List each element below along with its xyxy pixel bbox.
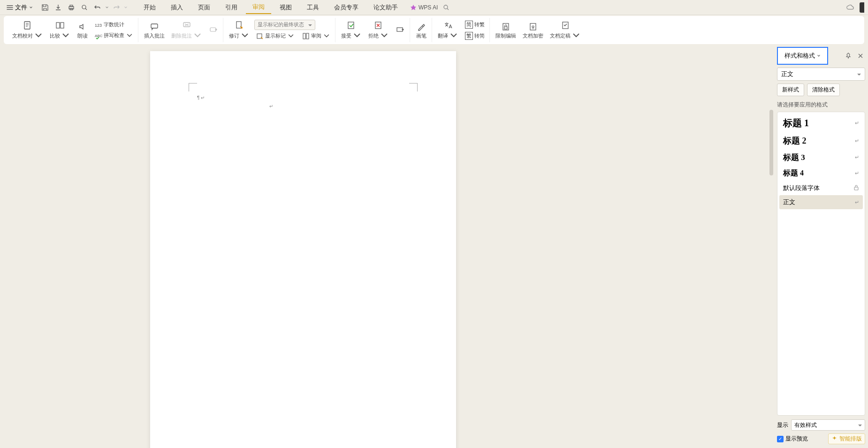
proofread-button[interactable]: 文档校对 — [10, 19, 45, 41]
chevron-down-icon — [817, 54, 821, 58]
menu-icon — [7, 4, 13, 11]
tab-tools[interactable]: 工具 — [300, 1, 326, 14]
chevron-down-icon — [34, 31, 43, 40]
translate-button[interactable]: 翻译 — [436, 19, 460, 41]
svg-rect-1 — [70, 5, 73, 7]
show-label: 显示 — [777, 421, 788, 429]
tab-reference[interactable]: 引用 — [219, 1, 244, 14]
style-item[interactable]: 默认段落字体 — [779, 181, 863, 195]
chevron-down-icon — [124, 6, 128, 9]
read-aloud-button[interactable]: 朗读 — [75, 20, 90, 40]
tab-review[interactable]: 审阅 — [246, 1, 271, 14]
markup-state-dropdown[interactable]: 显示标记的最终状态 — [254, 20, 315, 30]
accept-button[interactable]: 接受 — [339, 19, 364, 41]
smart-layout-label: 智能排版 — [839, 435, 862, 443]
style-item-label: 标题 2 — [783, 135, 807, 146]
restrict-edit-button[interactable]: 限制编辑 — [494, 20, 518, 40]
panel-title-dropdown[interactable]: 样式和格式 — [777, 47, 828, 65]
account-avatar[interactable] — [860, 2, 864, 13]
lock-icon — [853, 185, 859, 191]
print-preview-button[interactable] — [79, 2, 90, 13]
reject-button[interactable]: 拒绝 — [366, 19, 391, 41]
new-style-button[interactable]: 新样式 — [777, 84, 804, 96]
tab-member[interactable]: 会员专享 — [327, 1, 365, 14]
clear-format-button[interactable]: 清除格式 — [807, 84, 840, 96]
return-icon: ↵ — [855, 154, 859, 160]
brush-label: 画笔 — [416, 32, 426, 39]
style-list: 标题 1↵标题 2↵标题 3↵标题 4↵默认段落字体正文↵ — [777, 112, 865, 416]
review-ribbon: 文档校对 比较 朗读 123字数统计 ABC拼写检查 插入批注 删除批注 — [4, 16, 864, 44]
insert-comment-label: 插入批注 — [144, 32, 165, 39]
print-button[interactable] — [66, 2, 77, 13]
export-button[interactable] — [53, 2, 64, 13]
chevron-down-icon — [323, 32, 330, 40]
to-simplified-button[interactable]: 繁转简 — [463, 31, 487, 41]
revise-label: 修订 — [229, 32, 239, 39]
pin-button[interactable] — [844, 51, 853, 61]
finalize-label: 文档定稿 — [550, 32, 571, 39]
redo-button[interactable] — [111, 2, 122, 13]
svg-rect-7 — [61, 23, 64, 28]
compare-button[interactable]: 比较 — [48, 19, 72, 41]
search-button[interactable] — [441, 2, 452, 13]
markup-stack: 显示标记的最终状态 显示标记 审阅 — [254, 20, 332, 41]
show-markup-button[interactable]: 显示标记 — [254, 31, 297, 41]
word-count-button[interactable]: 123字数统计 — [93, 20, 135, 30]
revise-button[interactable]: 修订 — [227, 19, 251, 41]
insert-comment-button[interactable]: 插入批注 — [142, 20, 167, 40]
finalize-button[interactable]: 文档定稿 — [548, 19, 583, 41]
style-item[interactable]: 标题 2↵ — [779, 132, 863, 149]
wps-ai-button[interactable]: WPS AI — [410, 4, 438, 11]
svg-rect-25 — [854, 187, 858, 190]
svg-rect-5 — [24, 22, 30, 29]
style-item[interactable]: 标题 3↵ — [779, 149, 863, 166]
markup-state-label: 显示标记的最终状态 — [258, 21, 304, 28]
show-row: 显示 有效样式 — [777, 419, 865, 431]
compare-changes-button[interactable] — [394, 23, 407, 37]
margin-corner-tr — [409, 83, 418, 91]
chevron-down-icon — [380, 31, 389, 40]
preview-checkbox-row[interactable]: ✓ 显示预览 — [777, 435, 808, 443]
smart-layout-button[interactable]: 智能排版 — [828, 433, 865, 444]
compare-label: 比较 — [50, 32, 60, 39]
svg-text:123: 123 — [95, 23, 102, 28]
brush-button[interactable]: 画笔 — [414, 20, 429, 40]
next-comment-button[interactable] — [207, 23, 220, 37]
close-panel-button[interactable] — [856, 51, 865, 61]
tab-page[interactable]: 页面 — [191, 1, 217, 14]
review-pane-button[interactable]: 审阅 — [300, 31, 332, 41]
style-item[interactable]: 正文↵ — [779, 195, 863, 209]
style-item[interactable]: 标题 1↵ — [779, 114, 863, 132]
to-traditional-button[interactable]: 简转繁 — [463, 20, 487, 30]
style-item-label: 默认段落字体 — [783, 184, 820, 192]
encrypt-button[interactable]: 文档加密 — [521, 20, 545, 40]
tab-insert[interactable]: 插入 — [164, 1, 190, 14]
paragraph-mark: ↵ — [269, 104, 273, 109]
undo-button[interactable] — [92, 2, 103, 13]
panel-tools — [844, 51, 865, 61]
document-page[interactable]: ¶ ↵ ↵ — [150, 51, 456, 448]
vertical-scrollbar[interactable] — [769, 110, 773, 175]
style-item[interactable]: 标题 4↵ — [779, 166, 863, 181]
file-menu[interactable]: 文件 — [4, 2, 36, 13]
chevron-down-icon — [193, 31, 202, 40]
document-area[interactable]: ¶ ↵ ↵ — [0, 44, 774, 448]
cloud-sync-button[interactable] — [845, 2, 856, 13]
save-button[interactable] — [39, 2, 51, 13]
tab-start[interactable]: 开始 — [137, 1, 162, 14]
svg-point-4 — [444, 5, 448, 9]
chevron-down-icon — [287, 32, 295, 40]
translate-label: 翻译 — [438, 32, 448, 39]
spell-check-button[interactable]: ABC拼写检查 — [93, 31, 135, 40]
current-style-dropdown[interactable]: 正文 — [777, 68, 865, 81]
return-icon: ↵ — [855, 170, 859, 176]
wps-ai-icon — [410, 4, 417, 11]
chevron-down-icon — [105, 6, 109, 9]
tab-view[interactable]: 视图 — [273, 1, 298, 14]
group-comments: 插入批注 删除批注 — [139, 18, 223, 42]
delete-comment-button[interactable]: 删除批注 — [169, 19, 204, 41]
tab-thesis[interactable]: 论文助手 — [367, 1, 404, 14]
svg-rect-10 — [151, 24, 158, 28]
show-filter-dropdown[interactable]: 有效样式 — [791, 419, 865, 431]
return-icon: ↵ — [855, 138, 859, 144]
